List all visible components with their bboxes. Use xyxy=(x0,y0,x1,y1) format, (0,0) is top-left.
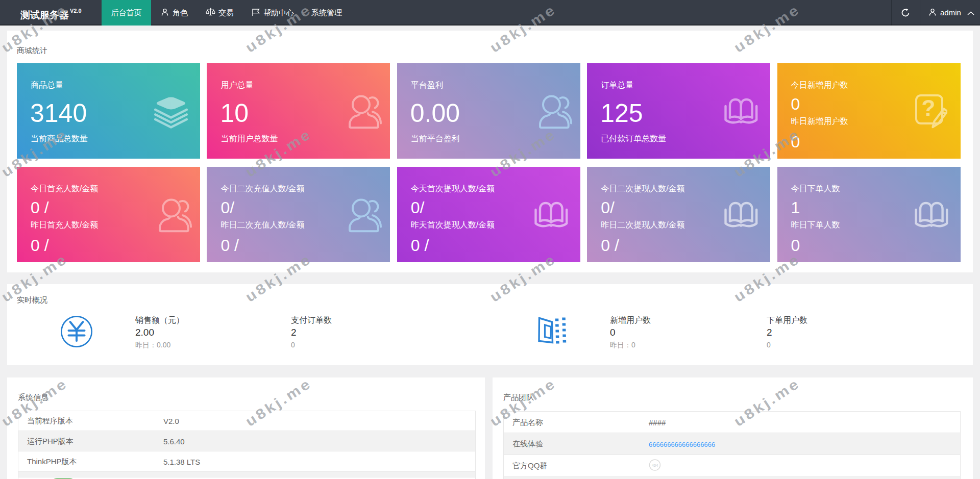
svg-text:404: 404 xyxy=(652,463,658,468)
svg-text:?: ? xyxy=(921,95,935,120)
